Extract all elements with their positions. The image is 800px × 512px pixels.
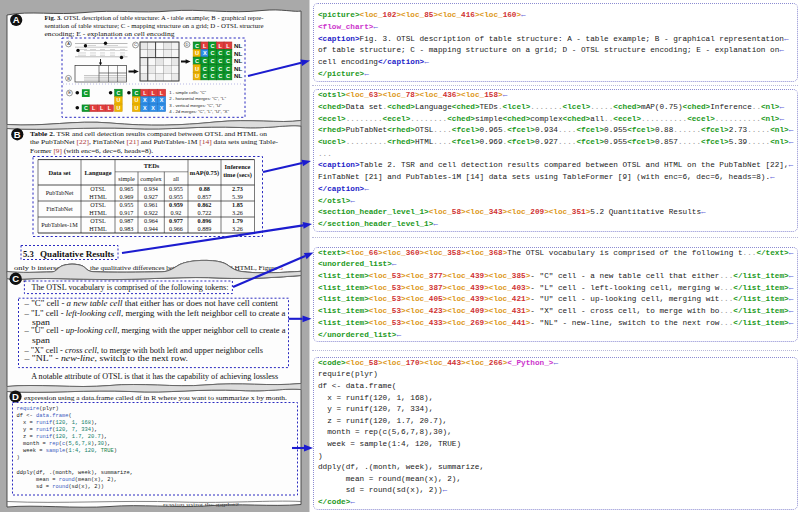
svg-text:– "C" cell - a new table cell: – "C" cell - a new table cell that eithe… [23, 300, 278, 308]
svg-text:sd = round(sd(x), 2)): sd = round(sd(x), 2)) [36, 484, 104, 490]
svg-text:sentation of table structure;: sentation of table structure; C - mappin… [45, 22, 264, 29]
svg-text:A notable attribute of OTSL is: A notable attribute of OTSL is that it h… [31, 372, 278, 381]
svg-text:Language: Language [85, 169, 112, 176]
svg-text:FinTabNet: FinTabNet [46, 205, 73, 212]
svg-text:0.955: 0.955 [120, 201, 134, 208]
svg-text:x = runif(120, 1, 168),: x = runif(120, 1, 168), [23, 420, 97, 426]
svg-text:OTSL: OTSL [90, 217, 106, 224]
svg-text:0.889: 0.889 [198, 225, 212, 232]
svg-text:OTSL: OTSL [90, 185, 106, 192]
svg-text:C: C [218, 58, 222, 64]
svg-text:NL: NL [234, 42, 242, 49]
svg-text:U: U [135, 97, 139, 103]
svg-text:A: A [13, 14, 20, 25]
svg-text:mean = round(mean(x), 2),: mean = round(mean(x), 2), [36, 477, 117, 483]
svg-text:X: X [203, 50, 207, 56]
svg-text:C: C [12, 273, 19, 284]
svg-text:span: span [32, 319, 50, 327]
svg-text:B: B [67, 76, 70, 81]
svg-text:– "U" cell - up-looking cell,: – "U" cell - up-looking cell, merging wi… [23, 327, 286, 335]
svg-text:0.862: 0.862 [198, 201, 212, 208]
svg-text:0.934: 0.934 [144, 185, 158, 192]
svg-text:the qualitative differences be: the qualitative differences bet [90, 264, 175, 271]
svg-text:C: C [226, 66, 230, 72]
svg-text:complex: complex [140, 175, 162, 182]
svg-text:0.955: 0.955 [169, 185, 183, 192]
svg-text:only b interse: only b interse [14, 264, 60, 271]
svg-text:3.26: 3.26 [232, 209, 243, 216]
svg-text:Fig. 3. OTSL description of ta: Fig. 3. OTSL description of table struct… [45, 14, 264, 21]
svg-text:0.969: 0.969 [120, 193, 134, 200]
svg-text:): ) [17, 455, 20, 461]
svg-text:0.92: 0.92 [171, 209, 182, 216]
svg-text:4 - 2d merges: "C", "L", "U",: 4 - 2d merges: "C", "L", "U", "X" [169, 109, 229, 114]
svg-text:0.922: 0.922 [144, 209, 158, 216]
svg-text:0.964: 0.964 [144, 217, 158, 224]
svg-text:C: C [195, 43, 199, 49]
svg-text:C: C [218, 73, 222, 79]
svg-text:– "X" cell - cross cell, to me: – "X" cell - cross cell, to merge with b… [23, 347, 263, 355]
svg-text:0.965: 0.965 [120, 185, 134, 192]
svg-text:TEDs: TEDs [144, 162, 160, 169]
svg-text:PubTables-1M: PubTables-1M [41, 221, 78, 228]
svg-text:U: U [135, 105, 139, 111]
svg-text:C: C [134, 42, 137, 47]
svg-text:U: U [195, 50, 199, 56]
svg-text:0.88: 0.88 [199, 185, 210, 192]
svg-text:2.73: 2.73 [232, 185, 243, 192]
svg-text:z = runif(120, 1.7, 20.7),: z = runif(120, 1.7, 20.7), [23, 434, 107, 440]
svg-text:Qualitative Results: Qualitative Results [40, 249, 115, 259]
svg-text:X: X [160, 97, 164, 103]
svg-text:simple: simple [118, 175, 135, 182]
svg-text:The OTSL vocabulary is compris: The OTSL vocabulary is comprised of the … [32, 283, 229, 292]
svg-text:0.917: 0.917 [120, 209, 134, 216]
svg-text:HTML: HTML [89, 225, 107, 232]
svg-text:X: X [151, 97, 155, 103]
svg-text:NL: NL [234, 50, 242, 57]
svg-text:Inference: Inference [225, 163, 251, 170]
svg-text:month = rep(c(5,6,7,8),30),: month = rep(c(5,6,7,8),30), [23, 441, 110, 447]
svg-text:E: E [68, 90, 71, 95]
svg-text:OTSL: OTSL [90, 201, 106, 208]
svg-text:L: L [226, 43, 230, 49]
svg-text:y = runif(120, 7, 334),: y = runif(120, 7, 334), [23, 427, 97, 433]
svg-text:– "L" cell - left-looking cell: – "L" cell - left-looking cell, merging … [23, 310, 286, 318]
svg-text:mAP(0.75): mAP(0.75) [190, 169, 219, 177]
svg-text:NL: NL [234, 65, 242, 72]
svg-text:C: C [210, 73, 214, 79]
svg-text:all: all [173, 175, 179, 182]
svg-text:week = sample(1:4, 120, TRUE): week = sample(1:4, 120, TRUE) [23, 448, 117, 454]
svg-text:2 - horizontal merges: "C", "L: 2 - horizontal merges: "C", "L" [169, 96, 226, 101]
svg-text:C: C [210, 58, 214, 64]
svg-text:C: C [203, 73, 207, 79]
svg-text:ddply(df, .(month, week), summ: ddply(df, .(month, week), summarize, [17, 470, 133, 476]
svg-text:expression using a data.frame: expression using a data.frame called df … [24, 394, 288, 401]
svg-text:0.961: 0.961 [144, 201, 158, 208]
svg-text:C: C [218, 66, 222, 72]
svg-text:C: C [210, 66, 214, 72]
svg-text:5.3: 5.3 [23, 249, 34, 259]
svg-text:HTML: HTML [89, 209, 107, 216]
svg-text:Table 2. TSR and cell detecti: Table 2. TSR and cell detection results … [30, 130, 268, 137]
svg-text:C: C [135, 90, 139, 96]
svg-text:L: L [203, 43, 207, 49]
svg-text:0.857: 0.857 [198, 193, 212, 200]
svg-text:HTML: HTML [89, 193, 107, 200]
svg-text:3.26: 3.26 [232, 225, 243, 232]
svg-text:NL: NL [234, 72, 242, 79]
svg-text:df <- data.frame(: df <- data.frame( [17, 413, 72, 419]
svg-text:Former [9] (with enc=6, dec=6,: Former [9] (with enc=6, dec=6, heads=8). [30, 147, 153, 155]
svg-text:0.977: 0.977 [169, 217, 183, 224]
svg-text:C: C [218, 50, 222, 56]
svg-text:ression using the ggplot2: ression using the ggplot2 [163, 502, 240, 507]
svg-text:D: D [12, 391, 19, 402]
svg-text:C: C [84, 90, 88, 96]
svg-text:1.85: 1.85 [232, 201, 243, 208]
svg-text:C: C [226, 58, 230, 64]
svg-text:C: C [210, 43, 214, 49]
svg-text:0.959: 0.959 [169, 201, 183, 208]
svg-text:require(plyr): require(plyr) [17, 406, 59, 412]
svg-text:X: X [151, 105, 155, 111]
svg-text:0.722: 0.722 [198, 209, 212, 216]
svg-text:span: span [32, 337, 50, 345]
